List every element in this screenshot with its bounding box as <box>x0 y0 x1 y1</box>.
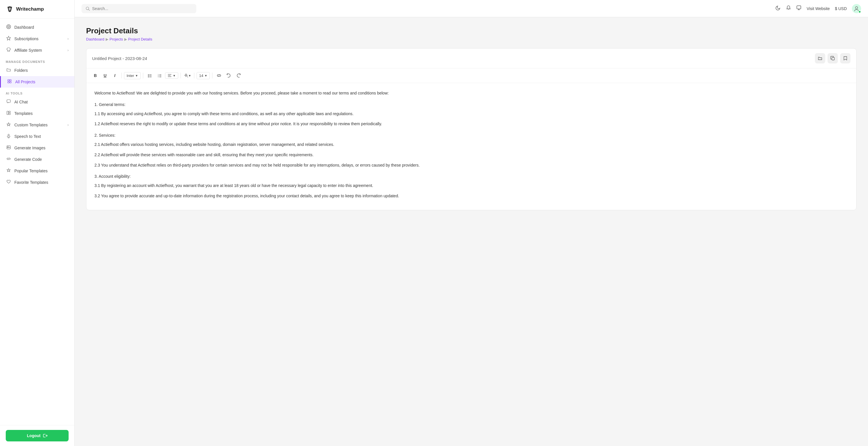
sidebar-item-folders[interactable]: Folders <box>0 65 74 76</box>
svg-point-27 <box>148 77 149 78</box>
bell-icon[interactable] <box>786 5 791 12</box>
sidebar-item-affiliate[interactable]: Affiliate System › <box>0 44 74 56</box>
ordered-list-icon: 1.2.3. <box>158 73 162 78</box>
bold-button[interactable]: B <box>91 71 100 80</box>
sidebar-item-speech-to-text[interactable]: Speech to Text <box>0 131 74 142</box>
section-1-header: 1. General terms: <box>94 101 848 108</box>
sidebar-item-label: Folders <box>14 68 28 73</box>
sidebar-navigation: Dashboard Subscriptions › Affiliate Syst… <box>0 19 74 425</box>
unordered-list-button[interactable] <box>146 71 154 80</box>
sidebar-item-subscriptions[interactable]: Subscriptions › <box>0 33 74 44</box>
magic-button[interactable]: ▼ <box>183 71 192 80</box>
svg-rect-2 <box>8 80 9 81</box>
section-3-p1: 3.1 By registering an account with Actie… <box>94 182 848 189</box>
favorite-templates-icon <box>6 179 11 185</box>
sidebar-item-label: Speech to Text <box>14 134 41 139</box>
section-3-header: 3. Account eligibility: <box>94 173 848 180</box>
svg-rect-8 <box>9 111 10 113</box>
copy-action-button[interactable] <box>828 53 838 63</box>
underline-button[interactable]: U <box>101 71 110 80</box>
moon-icon[interactable] <box>776 5 781 12</box>
section-2-p3: 2.3 You understand that Actiefhost relie… <box>94 162 848 169</box>
align-chevron: ▼ <box>173 74 176 77</box>
section-3-p2: 3.2 You agree to provide accurate and up… <box>94 193 848 200</box>
svg-point-25 <box>148 76 149 77</box>
font-family-value: Inter <box>127 73 134 78</box>
breadcrumb-sep-1: ▶ <box>105 37 108 41</box>
sidebar-item-label: AI Chat <box>14 100 28 104</box>
breadcrumb-current: Project Details <box>128 37 152 41</box>
sidebar-item-label: Favorite Templates <box>14 180 48 185</box>
sidebar-item-custom-templates[interactable]: Custom Templates › <box>0 119 74 131</box>
header: Visit Website $ USD <box>74 0 868 17</box>
ordered-list-button[interactable]: 1.2.3. <box>155 71 164 80</box>
font-size-select[interactable]: 14 ▼ <box>197 72 210 79</box>
logout-button[interactable]: Logout <box>6 430 69 441</box>
breadcrumb: Dashboard ▶ Projects ▶ Project Details <box>86 37 857 41</box>
breadcrumb-dashboard[interactable]: Dashboard <box>86 37 104 41</box>
sidebar-item-label: Dashboard <box>14 25 34 30</box>
visit-website-link[interactable]: Visit Website <box>807 6 830 11</box>
toolbar-divider-4 <box>194 73 194 79</box>
sidebar-item-label: Subscriptions <box>14 36 38 41</box>
svg-rect-6 <box>7 100 10 102</box>
redo-button[interactable] <box>234 71 243 80</box>
currency-selector[interactable]: $ USD <box>835 6 847 11</box>
link-icon <box>217 73 221 78</box>
font-size-value: 14 <box>199 73 203 78</box>
sidebar-item-label: Popular Templates <box>14 169 48 173</box>
search-bar[interactable] <box>82 4 196 13</box>
speech-icon <box>6 133 11 139</box>
sidebar-item-all-projects[interactable]: All Projects <box>0 76 74 88</box>
svg-rect-3 <box>10 80 11 81</box>
svg-rect-18 <box>797 6 801 9</box>
editor-toolbar: B U I Inter ▼ 1.2.3. <box>86 68 856 83</box>
sidebar-item-popular-templates[interactable]: Popular Templates <box>0 165 74 177</box>
sidebar-item-generate-code[interactable]: Generate Code <box>0 154 74 165</box>
logout-icon <box>43 434 48 438</box>
search-input[interactable] <box>92 6 192 11</box>
generate-images-icon <box>6 145 11 151</box>
sidebar-item-ai-chat[interactable]: AI Chat <box>0 96 74 108</box>
section-1-p1: 1.1 By accessing and using Actiefhost, y… <box>94 111 848 117</box>
sidebar-item-templates[interactable]: Templates <box>0 108 74 119</box>
logo-icon <box>6 5 14 13</box>
sidebar-item-dashboard[interactable]: Dashboard <box>0 22 74 33</box>
svg-line-17 <box>88 9 90 10</box>
sidebar-item-generate-images[interactable]: Generate Images <box>0 142 74 154</box>
sidebar-item-label: Affiliate System <box>14 48 42 53</box>
document-card: B U I Inter ▼ 1.2.3. <box>86 48 857 210</box>
document-title-input[interactable] <box>92 56 147 61</box>
breadcrumb-sep-2: ▶ <box>124 37 127 41</box>
font-family-select[interactable]: Inter ▼ <box>124 72 141 79</box>
logout-label: Logout <box>27 434 40 438</box>
affiliate-icon <box>6 48 11 53</box>
sidebar-item-label: Generate Images <box>14 146 45 150</box>
save-action-button[interactable] <box>840 53 850 63</box>
save-icon <box>843 56 848 61</box>
user-avatar[interactable] <box>852 4 861 13</box>
svg-rect-4 <box>8 82 9 83</box>
visit-website-label: Visit Website <box>807 6 830 11</box>
document-header <box>86 49 856 68</box>
folders-icon <box>6 67 11 73</box>
undo-button[interactable] <box>224 71 233 80</box>
align-select[interactable]: ▼ <box>165 72 178 79</box>
svg-point-23 <box>148 75 149 75</box>
sidebar-item-favorite-templates[interactable]: Favorite Templates <box>0 177 74 188</box>
monitor-icon[interactable] <box>796 5 801 12</box>
sidebar-item-label: Custom Templates <box>14 123 48 127</box>
toolbar-divider-3 <box>181 73 181 79</box>
popular-templates-icon <box>6 168 11 174</box>
sidebar-footer: Logout <box>0 425 74 446</box>
breadcrumb-projects[interactable]: Projects <box>110 37 123 41</box>
app-name: Writechamp <box>16 6 44 12</box>
link-button[interactable] <box>215 71 223 80</box>
generate-code-icon <box>6 156 11 162</box>
manage-documents-section-label: MANAGE DOCUMENTS <box>0 56 74 65</box>
italic-button[interactable]: I <box>111 71 119 80</box>
folder-action-button[interactable] <box>815 53 825 63</box>
svg-text:3.: 3. <box>158 76 159 78</box>
svg-point-1 <box>8 26 9 28</box>
editor-content[interactable]: Welcome to Actiefhost! We are delighted … <box>86 83 856 210</box>
